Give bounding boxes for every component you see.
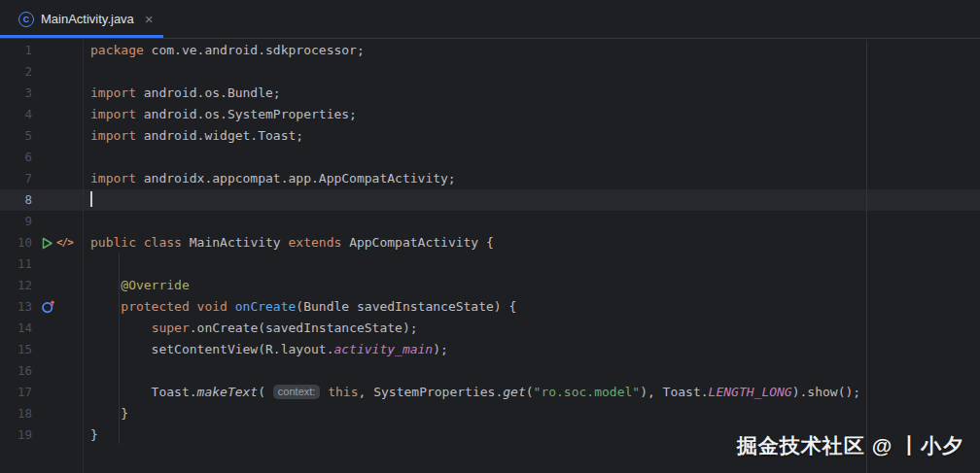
line-gutter: 8 <box>0 189 90 211</box>
line-gutter: 16 <box>0 360 90 382</box>
line-number[interactable]: 19 <box>0 424 32 446</box>
code-line[interactable]: import androidx.appcompat.app.AppCompatA… <box>90 168 456 189</box>
editor-line[interactable]: 15 setContentView(R.layout.activity_main… <box>0 339 980 360</box>
code-line[interactable]: super.onCreate(savedInstanceState); <box>90 318 418 339</box>
code-token: import <box>90 171 136 186</box>
code-line[interactable]: package com.ve.android.sdkprocessor; <box>90 40 365 61</box>
code-token: (Bundle savedInstanceState) { <box>296 299 516 314</box>
line-number[interactable]: 15 <box>0 339 32 360</box>
text-caret <box>90 191 92 207</box>
line-gutter: 17 <box>0 382 90 403</box>
code-token: setContentView(R.layout. <box>90 342 333 356</box>
line-number[interactable]: 2 <box>0 61 32 83</box>
code-editor[interactable]: 1package com.ve.android.sdkprocessor;23i… <box>0 40 980 473</box>
code-token: } <box>90 406 128 421</box>
code-line[interactable]: protected void onCreate(Bundle savedInst… <box>90 296 516 318</box>
line-gutter: 4 <box>0 104 90 125</box>
code-token: ), Toast. <box>640 385 708 399</box>
line-number[interactable]: 17 <box>0 382 32 403</box>
code-token: ); <box>433 342 448 356</box>
line-gutter: 14 <box>0 318 90 339</box>
code-token: ( <box>526 385 534 399</box>
editor-line[interactable]: 9 <box>0 211 980 232</box>
editor-line[interactable]: 4import android.os.SystemProperties; <box>0 104 980 125</box>
line-number[interactable]: 6 <box>0 147 32 168</box>
code-token: package <box>90 43 144 57</box>
code-token: public <box>90 235 136 250</box>
line-gutter: 2 <box>0 61 90 83</box>
editor-line[interactable]: 10</>public class MainActivity extends A… <box>0 232 980 253</box>
code-token <box>90 299 121 314</box>
editor-line[interactable]: 1package com.ve.android.sdkprocessor; <box>0 40 980 61</box>
code-token: MainActivity <box>182 235 289 250</box>
editor-line[interactable]: 14 super.onCreate(savedInstanceState); <box>0 318 980 339</box>
code-token: @Override <box>121 278 189 292</box>
line-number[interactable]: 5 <box>0 125 32 147</box>
code-line[interactable]: } <box>90 424 98 446</box>
code-line[interactable]: Toast.makeText( context: this, SystemPro… <box>90 382 860 403</box>
editor-tab-bar: C MainActivity.java × <box>0 0 980 39</box>
editor-line[interactable]: 16 <box>0 360 980 382</box>
line-gutter: 3 <box>0 83 90 104</box>
line-gutter: 13 <box>0 296 90 318</box>
code-token: import <box>90 128 136 143</box>
code-token: ).show(); <box>792 385 860 399</box>
editor-line[interactable]: 6 <box>0 147 980 168</box>
close-icon[interactable]: × <box>145 12 154 26</box>
tab-title: MainActivity.java <box>41 12 134 26</box>
code-tag-icon[interactable]: </> <box>56 232 73 253</box>
code-token: protected <box>121 299 189 314</box>
code-line[interactable]: setContentView(R.layout.activity_main); <box>90 339 448 360</box>
line-gutter: 1 <box>0 40 90 61</box>
line-gutter: 5 <box>0 125 90 147</box>
line-number[interactable]: 1 <box>0 40 32 61</box>
code-line[interactable]: @Override <box>90 275 190 296</box>
editor-line[interactable]: 13 protected void onCreate(Bundle savedI… <box>0 296 980 318</box>
line-number[interactable]: 16 <box>0 360 32 382</box>
code-line[interactable]: import android.widget.Toast; <box>90 125 303 147</box>
editor-line[interactable]: 3import android.os.Bundle; <box>0 83 980 104</box>
editor-line[interactable]: 5import android.widget.Toast; <box>0 125 980 147</box>
code-token: Toast. <box>90 385 197 399</box>
code-token <box>90 321 152 335</box>
code-line[interactable] <box>90 189 92 211</box>
line-gutter: 6 <box>0 147 90 168</box>
editor-line[interactable]: 2 <box>0 61 980 83</box>
editor-line[interactable]: 17 Toast.makeText( context: this, System… <box>0 382 980 403</box>
watermark-text: 掘金技术社区 @ 丨小夕 <box>737 432 963 459</box>
editor-line[interactable]: 18 } <box>0 403 980 424</box>
line-number[interactable]: 14 <box>0 318 32 339</box>
line-number[interactable]: 3 <box>0 83 32 104</box>
line-gutter: 7 <box>0 168 90 189</box>
line-gutter: 11 <box>0 253 90 275</box>
line-number[interactable]: 9 <box>0 211 32 232</box>
code-line[interactable]: } <box>90 403 128 424</box>
code-token: get <box>503 385 525 399</box>
line-gutter: 15 <box>0 339 90 360</box>
line-number[interactable]: 12 <box>0 275 32 296</box>
line-number[interactable]: 10 <box>0 232 32 253</box>
line-number[interactable]: 7 <box>0 168 32 189</box>
editor-line[interactable]: 8 <box>0 189 980 211</box>
line-number[interactable]: 8 <box>0 189 32 211</box>
code-line[interactable]: import android.os.SystemProperties; <box>90 104 357 125</box>
editor-line[interactable]: 7import androidx.appcompat.app.AppCompat… <box>0 168 980 189</box>
code-token: } <box>90 427 98 442</box>
code-token: android.os.Bundle; <box>136 85 281 100</box>
line-number[interactable]: 4 <box>0 104 32 125</box>
line-gutter: 10</> <box>0 232 90 253</box>
run-icon[interactable] <box>41 237 53 250</box>
editor-line[interactable]: 12 @Override <box>0 275 980 296</box>
tab-mainactivity-java[interactable]: C MainActivity.java × <box>0 0 163 38</box>
code-token: void <box>197 299 228 314</box>
override-icon[interactable] <box>41 299 56 315</box>
line-number[interactable]: 13 <box>0 296 32 318</box>
line-number[interactable]: 11 <box>0 253 32 275</box>
code-token: android.os.SystemProperties; <box>136 107 357 121</box>
code-line[interactable]: public class MainActivity extends AppCom… <box>90 232 494 253</box>
editor-line[interactable]: 11 <box>0 253 980 275</box>
line-number[interactable]: 18 <box>0 403 32 424</box>
code-token: android.widget.Toast; <box>136 128 303 143</box>
code-line[interactable]: import android.os.Bundle; <box>90 83 281 104</box>
code-token: import <box>90 85 136 100</box>
